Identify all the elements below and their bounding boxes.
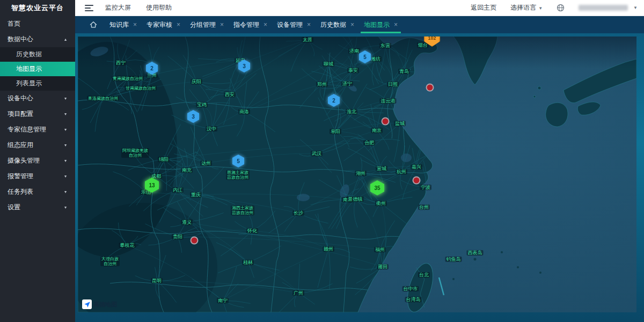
- cluster-count: 5: [359, 50, 371, 63]
- language-globe-icon[interactable]: [557, 4, 565, 12]
- sidebar-item-项目配置[interactable]: 项目配置▼: [0, 106, 75, 122]
- sidebar-submenu: 历史数据地图显示列表显示: [0, 47, 75, 91]
- topbar-link-使用帮助[interactable]: 使用帮助: [146, 3, 172, 12]
- tab-close-icon[interactable]: ×: [307, 21, 311, 28]
- cluster-marker-blue[interactable]: 2: [146, 62, 158, 75]
- sidebar-item-组态应用[interactable]: 组态应用▼: [0, 137, 75, 153]
- cluster-count: 35: [370, 180, 384, 195]
- sidebar-item-专家信息管理[interactable]: 专家信息管理▼: [0, 122, 75, 137]
- sidebar-item-任务列表[interactable]: 任务列表▼: [0, 184, 75, 200]
- sidebar-item-label: 项目配置: [8, 109, 33, 119]
- sidebar-subitem-列表显示[interactable]: 列表显示: [0, 76, 75, 91]
- cluster-count: 2: [146, 62, 158, 75]
- tab-label: 历史数据: [320, 20, 346, 30]
- tab-指令管理[interactable]: 指令管理×: [230, 16, 270, 33]
- sidebar-item-label: 专家信息管理: [8, 125, 46, 134]
- user-name-redacted: [579, 5, 628, 11]
- cluster-marker-blue[interactable]: 5: [359, 50, 371, 63]
- cluster-marker-blue[interactable]: 3: [238, 60, 250, 72]
- tab-list: 知识库×专家审核×分组管理×指令管理×设备管理×历史数据×地图显示×: [106, 16, 404, 33]
- chevron-down-icon: ▼: [63, 174, 67, 178]
- cluster-marker-green[interactable]: 35: [370, 180, 384, 195]
- sidebar: 智慧农业云平台 首页数据中心▲历史数据地图显示列表显示设备中心▼项目配置▼专家信…: [0, 0, 75, 322]
- cluster-marker-green[interactable]: 13: [145, 178, 159, 193]
- tab-label: 指令管理: [233, 20, 259, 30]
- chevron-down-icon: ▼: [538, 6, 543, 11]
- map-basemap: [78, 36, 636, 312]
- tab-label: 专家审核: [147, 20, 172, 30]
- chevron-up-icon: ▲: [63, 37, 67, 41]
- cluster-marker-blue[interactable]: 3: [187, 110, 199, 123]
- map-attribution: 高德地图: [82, 299, 117, 309]
- tab-close-icon[interactable]: ×: [394, 21, 398, 28]
- sidebar-item-label: 设备中心: [8, 94, 33, 103]
- tab-close-icon[interactable]: ×: [177, 21, 180, 28]
- tab-home-button[interactable]: [89, 20, 98, 29]
- sidebar-item-首页[interactable]: 首页: [0, 16, 75, 32]
- chevron-down-icon: ▼: [63, 189, 67, 194]
- tab-close-icon[interactable]: ×: [350, 21, 354, 28]
- cluster-count: 2: [328, 94, 340, 107]
- cluster-count: 5: [232, 155, 244, 167]
- tab-label: 地图显示: [364, 20, 390, 30]
- device-point-marker[interactable]: [426, 84, 434, 92]
- sidebar-item-label: 报警管理: [8, 172, 33, 181]
- tab-close-icon[interactable]: ×: [264, 21, 267, 28]
- sidebar-item-报警管理[interactable]: 报警管理▼: [0, 169, 75, 184]
- tab-历史数据[interactable]: 历史数据×: [317, 16, 357, 33]
- sidebar-item-数据中心[interactable]: 数据中心▲: [0, 32, 75, 47]
- chevron-down-icon: ▼: [63, 143, 67, 147]
- topbar-link-监控大屏[interactable]: 监控大屏: [105, 3, 131, 12]
- tab-close-icon[interactable]: ×: [133, 21, 137, 28]
- sidebar-subitem-历史数据[interactable]: 历史数据: [0, 47, 75, 62]
- sidebar-item-label: 摄像头管理: [8, 156, 40, 165]
- chevron-down-icon: ▼: [633, 5, 638, 10]
- sidebar-item-设备中心[interactable]: 设备中心▼: [0, 91, 75, 106]
- topbar-link-选择语言[interactable]: 选择语言▼: [510, 3, 543, 12]
- sidebar-item-label: 数据中心: [8, 35, 33, 44]
- sidebar-item-label: 组态应用: [8, 141, 33, 150]
- cluster-marker-blue[interactable]: 5: [232, 155, 244, 167]
- content-area: 西宁黄南藏族自治州甘南藏族自治州果洛藏族自治州兰州庆阳延安太原西安宝鸡商洛汉中郑…: [75, 33, 644, 322]
- user-account-menu[interactable]: ▼: [579, 5, 638, 11]
- chevron-down-icon: ▼: [63, 127, 67, 131]
- sidebar-item-摄像头管理[interactable]: 摄像头管理▼: [0, 153, 75, 169]
- app-title: 智慧农业云平台: [0, 0, 75, 16]
- map-canvas[interactable]: 西宁黄南藏族自治州甘南藏族自治州果洛藏族自治州兰州庆阳延安太原西安宝鸡商洛汉中郑…: [78, 36, 636, 312]
- menu-collapse-icon[interactable]: [85, 5, 93, 11]
- chevron-down-icon: ▼: [63, 96, 67, 100]
- device-point-marker[interactable]: [382, 118, 390, 126]
- cluster-marker-blue[interactable]: 2: [328, 94, 340, 107]
- cluster-count: 3: [238, 60, 250, 72]
- sidebar-item-label: 设置: [8, 203, 20, 212]
- top-menu-right: 返回主页选择语言▼ ▼: [471, 3, 638, 12]
- top-menu-left: 监控大屏使用帮助: [105, 3, 187, 12]
- chevron-down-icon: ▼: [63, 112, 67, 116]
- tab-close-icon[interactable]: ×: [220, 21, 224, 28]
- cluster-count: 13: [145, 178, 159, 193]
- tab-label: 分组管理: [190, 20, 216, 30]
- topbar-link-返回主页[interactable]: 返回主页: [471, 3, 496, 12]
- tab-bar: 知识库×专家审核×分组管理×指令管理×设备管理×历史数据×地图显示×: [75, 16, 644, 33]
- tab-专家审核[interactable]: 专家审核×: [143, 16, 184, 33]
- app-window: 智慧农业云平台 首页数据中心▲历史数据地图显示列表显示设备中心▼项目配置▼专家信…: [0, 0, 644, 322]
- sidebar-subitem-地图显示[interactable]: 地图显示: [0, 62, 75, 76]
- top-bar: 监控大屏使用帮助 返回主页选择语言▼ ▼: [75, 0, 644, 16]
- sidebar-nav: 首页数据中心▲历史数据地图显示列表显示设备中心▼项目配置▼专家信息管理▼组态应用…: [0, 16, 75, 215]
- tab-地图显示[interactable]: 地图显示×: [361, 16, 401, 33]
- amap-logo-icon: [82, 299, 92, 309]
- tab-知识库[interactable]: 知识库×: [106, 16, 140, 33]
- chevron-down-icon: ▼: [63, 205, 67, 209]
- sidebar-item-label: 任务列表: [8, 187, 33, 196]
- tab-label: 知识库: [109, 20, 129, 30]
- device-point-marker[interactable]: [191, 237, 199, 245]
- cluster-count: 3: [187, 110, 199, 123]
- sidebar-item-设置[interactable]: 设置▼: [0, 200, 75, 215]
- tab-label: 设备管理: [277, 20, 303, 30]
- sidebar-item-label: 首页: [8, 19, 20, 28]
- chevron-down-icon: ▼: [63, 158, 67, 163]
- tab-设备管理[interactable]: 设备管理×: [274, 16, 314, 33]
- device-point-marker[interactable]: [413, 177, 421, 185]
- tab-分组管理[interactable]: 分组管理×: [187, 16, 227, 33]
